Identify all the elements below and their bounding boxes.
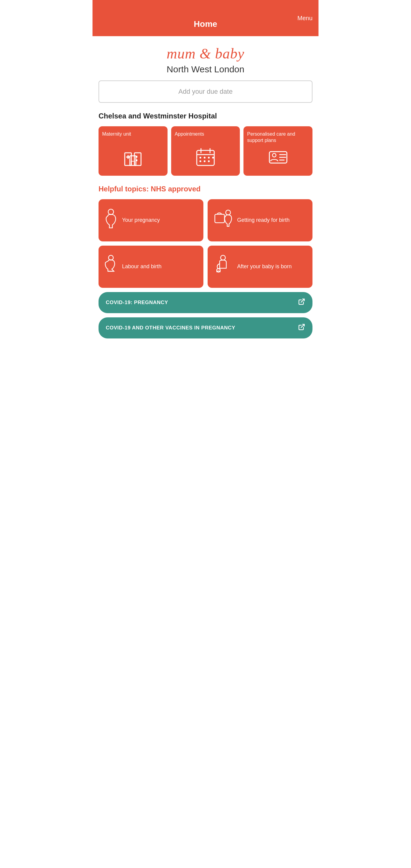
svg-point-26 [226, 210, 230, 215]
appointments-card[interactable]: Appointments [171, 126, 240, 176]
app-logo: mum & baby [98, 45, 313, 62]
calendar-icon [195, 146, 216, 171]
getting-ready-card[interactable]: Getting ready for birth [208, 199, 313, 241]
svg-point-14 [208, 157, 210, 158]
logo-area: mum & baby North West London [98, 45, 313, 74]
svg-point-12 [199, 157, 201, 158]
appointments-label: Appointments [175, 131, 204, 137]
external-link-icon-2 [298, 323, 305, 333]
page-title: Home [194, 19, 217, 29]
id-card-icon [267, 146, 289, 171]
svg-rect-25 [215, 214, 224, 223]
svg-point-20 [273, 153, 276, 157]
top-cards-row: Maternity unit [98, 126, 313, 176]
due-date-button[interactable]: Add your due date [98, 81, 313, 103]
svg-point-13 [204, 157, 205, 158]
covid-pregnancy-label: COVID-19: PREGNANCY [106, 300, 294, 306]
external-link-icon [298, 298, 305, 307]
personalised-care-card[interactable]: Personalised care and support plans [244, 126, 313, 176]
svg-rect-4 [126, 156, 130, 158]
topic-cards-row-1: Your pregnancy Getting ready for birth [98, 199, 313, 241]
your-pregnancy-label: Your pregnancy [122, 217, 160, 224]
svg-point-24 [108, 209, 114, 215]
topic-cards-row-2: Labour and birth After your baby is born [98, 246, 313, 288]
hospital-building-icon [122, 146, 144, 171]
svg-rect-5 [135, 156, 137, 158]
app-subtitle: North West London [98, 64, 313, 74]
covid-vaccines-label: COVID-19 AND OTHER VACCINES IN PREGNANCY [106, 325, 294, 331]
labour-icon [103, 255, 119, 279]
your-pregnancy-card[interactable]: Your pregnancy [98, 199, 203, 241]
svg-point-15 [199, 160, 201, 162]
maternity-unit-label: Maternity unit [102, 131, 131, 137]
svg-point-29 [221, 255, 225, 260]
svg-rect-0 [125, 153, 131, 165]
hospital-name: Chelsea and Westminster Hospital [98, 112, 313, 120]
svg-rect-8 [197, 150, 214, 165]
svg-point-18 [212, 157, 214, 158]
svg-point-17 [208, 160, 210, 162]
covid-pregnancy-button[interactable]: COVID-19: PREGNANCY [98, 292, 313, 313]
svg-point-16 [204, 160, 205, 162]
after-baby-card[interactable]: After your baby is born [208, 246, 313, 288]
personalised-care-label: Personalised care and support plans [247, 131, 309, 144]
helpful-topics-heading: Helpful topics: NHS approved [98, 185, 313, 193]
covid-vaccines-button[interactable]: COVID-19 AND OTHER VACCINES IN PREGNANCY [98, 317, 313, 338]
pregnancy-icon [103, 208, 119, 232]
getting-ready-label: Getting ready for birth [237, 217, 290, 224]
svg-line-32 [301, 324, 304, 328]
maternity-unit-card[interactable]: Maternity unit [98, 126, 167, 176]
menu-button[interactable]: Menu [297, 15, 313, 22]
after-baby-label: After your baby is born [237, 263, 292, 270]
svg-point-27 [108, 255, 113, 260]
app-header: Home Menu [93, 0, 318, 36]
svg-rect-6 [135, 159, 137, 161]
birth-bag-icon [213, 208, 233, 232]
labour-birth-card[interactable]: Labour and birth [98, 246, 203, 288]
nursing-icon [213, 255, 233, 279]
svg-rect-1 [134, 153, 141, 165]
main-content: mum & baby North West London Add your du… [93, 36, 318, 352]
svg-line-31 [301, 299, 304, 302]
labour-birth-label: Labour and birth [122, 263, 161, 270]
